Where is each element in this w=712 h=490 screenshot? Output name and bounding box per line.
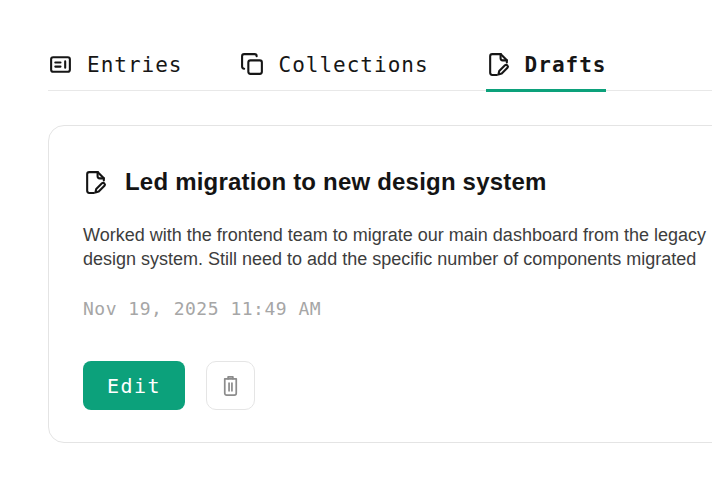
draft-card: Led migration to new design system Worke… <box>48 125 712 443</box>
file-pen-icon <box>83 170 108 195</box>
trash-icon <box>219 374 242 397</box>
draft-description: Worked with the frontend team to migrate… <box>83 223 712 271</box>
copy-icon <box>240 52 265 77</box>
tab-entries-label: Entries <box>87 53 183 77</box>
tab-entries[interactable]: Entries <box>48 52 183 92</box>
file-pen-icon <box>486 52 511 77</box>
draft-title: Led migration to new design system <box>125 168 547 196</box>
page: Entries Collections Drafts <box>0 0 712 443</box>
tab-bar: Entries Collections Drafts <box>48 52 712 91</box>
draft-timestamp: Nov 19, 2025 11:49 AM <box>83 298 712 319</box>
delete-button[interactable] <box>206 361 255 410</box>
draft-description-line2: design system. Still need to add the spe… <box>83 247 712 271</box>
tab-collections[interactable]: Collections <box>240 52 429 92</box>
edit-button[interactable]: Edit <box>83 361 185 410</box>
draft-actions: Edit <box>83 361 712 410</box>
tab-drafts[interactable]: Drafts <box>486 52 607 92</box>
draft-card-header: Led migration to new design system <box>83 168 712 196</box>
tab-collections-label: Collections <box>279 53 429 77</box>
draft-description-line1: Worked with the frontend team to migrate… <box>83 223 712 247</box>
list-details-icon <box>48 52 73 77</box>
tab-drafts-label: Drafts <box>525 53 607 77</box>
